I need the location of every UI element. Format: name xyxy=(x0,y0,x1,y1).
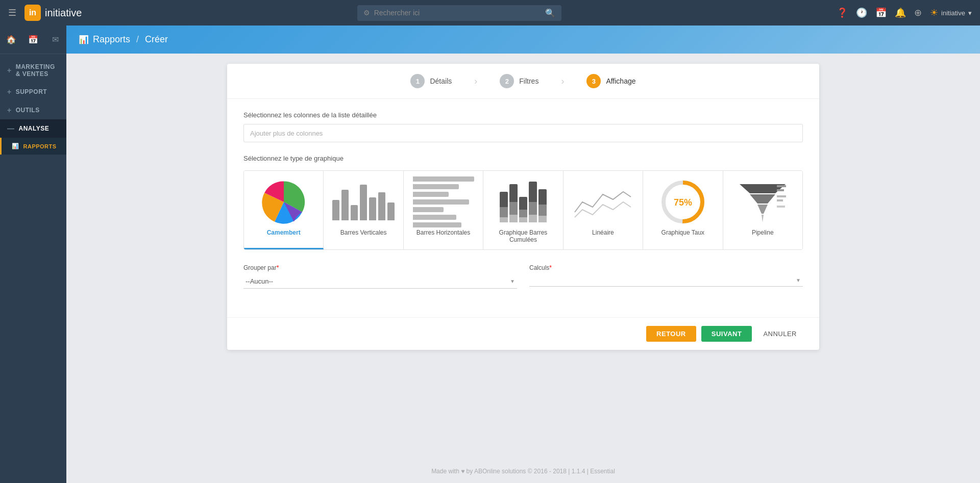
next-button[interactable]: SUIVANT xyxy=(701,326,752,342)
reports-icon: 📊 xyxy=(12,143,19,149)
add-icon[interactable]: ⊕ xyxy=(914,7,922,18)
calculs-field: Calculs* ▼ xyxy=(529,264,803,289)
svg-rect-8 xyxy=(777,189,784,191)
stacked-chart xyxy=(500,182,547,222)
groupby-arrow-icon: ▼ xyxy=(510,278,515,284)
wizard-step-details: 1 Détails xyxy=(410,74,452,88)
chart-option-barres-verticales[interactable]: Barres Verticales xyxy=(324,171,403,249)
search-bar[interactable]: ⚙ 🔍 xyxy=(357,5,561,21)
page-footer: Made with ♥ by ABOnline solutions © 2016… xyxy=(66,460,980,483)
pipeline-svg xyxy=(737,179,788,225)
hamburger-menu[interactable]: ☰ xyxy=(8,7,16,18)
notifications-icon[interactable]: 🔔 xyxy=(895,7,906,18)
main-layout: 🏠 📅 ✉ + MARKETING & VENTES + SUPPORT + O… xyxy=(0,26,980,483)
graphique-taux-image: 75% xyxy=(660,179,706,225)
svg-marker-6 xyxy=(762,215,764,222)
camembert-image xyxy=(261,179,307,225)
calculs-label: Calculs* xyxy=(529,264,803,271)
svg-marker-5 xyxy=(757,205,768,214)
breadcrumb-section: Rapports xyxy=(93,34,130,45)
cancel-button[interactable]: ANNULER xyxy=(757,326,803,342)
reports-header-icon: 📊 xyxy=(79,35,89,44)
wizard-step-filtres: 2 Filtres xyxy=(500,74,538,88)
step-number-affichage: 3 xyxy=(592,78,596,85)
sidebar-label-outils: OUTILS xyxy=(16,107,40,114)
barres-horizontales-image xyxy=(413,179,474,225)
wizard-steps: 1 Détails › 2 Filtres › 3 xyxy=(227,64,819,99)
breadcrumb-separator: / xyxy=(136,34,139,45)
sidebar-submenu-analyse: 📊 Rapports xyxy=(0,138,66,155)
gauge-chart: 75% xyxy=(660,179,706,225)
pie-chart-svg xyxy=(261,179,307,225)
groupby-required: * xyxy=(277,264,279,271)
calculs-required: * xyxy=(549,264,552,271)
breadcrumb-current: Créer xyxy=(145,34,168,45)
columns-input-area[interactable]: Ajouter plus de colonnes xyxy=(243,124,803,142)
history-icon[interactable]: 🕐 xyxy=(856,7,867,18)
sidebar-menu: + MARKETING & VENTES + SUPPORT + OUTILS … xyxy=(0,54,66,483)
footer-text: Made with ♥ by ABOnline solutions © 2016… xyxy=(431,468,615,475)
back-button[interactable]: RETOUR xyxy=(646,326,696,342)
page-body: 1 Détails › 2 Filtres › 3 xyxy=(66,54,980,460)
sidebar-item-analyse[interactable]: — ANALYSE xyxy=(0,119,66,138)
chart-label-pipeline: Pipeline xyxy=(752,229,774,236)
filter-icon: ⚙ xyxy=(363,9,370,17)
sidebar-quick-icons: 🏠 📅 ✉ xyxy=(0,26,66,54)
logo-icon: in xyxy=(24,5,41,21)
sidebar-calendar-icon[interactable]: 📅 xyxy=(22,31,44,48)
sidebar-label-analyse: ANALYSE xyxy=(19,125,50,132)
calculs-select[interactable]: ▼ xyxy=(529,274,803,287)
sidebar-item-rapports[interactable]: 📊 Rapports xyxy=(0,138,66,155)
calculs-arrow-icon: ▼ xyxy=(796,277,801,283)
barres-cumulees-image xyxy=(500,179,547,225)
bar-chart-h xyxy=(413,176,474,227)
chart-option-pipeline[interactable]: Pipeline xyxy=(723,171,802,249)
logo-area: in initiative xyxy=(24,5,82,21)
user-avatar-icon: ☀ xyxy=(930,7,938,18)
columns-section-label: Sélectionnez les colonnes de la liste dé… xyxy=(243,111,803,119)
step-label-details: Détails xyxy=(430,77,452,85)
line-chart-svg xyxy=(572,182,633,222)
chart-option-barres-horizontales[interactable]: Barres Horizontales xyxy=(404,171,483,249)
sidebar-item-support[interactable]: + SUPPORT xyxy=(0,83,66,101)
chart-option-lineaire[interactable]: Linéaire xyxy=(564,171,643,249)
chart-option-graphique-barres-cumulees[interactable]: Graphique Barres Cumulées xyxy=(483,171,563,249)
step-label-filtres: Filtres xyxy=(519,77,538,85)
bar-chart-v xyxy=(330,182,397,222)
svg-rect-9 xyxy=(777,195,786,197)
plus-icon: + xyxy=(7,66,12,74)
calendar-icon[interactable]: 📅 xyxy=(875,7,887,18)
chart-label-graphique-taux: Graphique Taux xyxy=(662,229,705,236)
sidebar-item-outils[interactable]: + OUTILS xyxy=(0,101,66,119)
svg-rect-11 xyxy=(777,206,785,208)
top-navigation: ☰ in initiative ⚙ 🔍 ❓ 🕐 📅 🔔 ⊕ ☀ initiati… xyxy=(0,0,980,26)
brand-name: initiative xyxy=(45,7,82,19)
help-icon[interactable]: ❓ xyxy=(837,7,848,18)
groupby-value: --Aucun-- xyxy=(246,277,273,285)
svg-rect-10 xyxy=(777,199,783,201)
chart-label-camembert: Camembert xyxy=(267,229,301,236)
sidebar-home-icon[interactable]: 🏠 xyxy=(0,31,22,48)
wizard-content: Sélectionnez les colonnes de la liste dé… xyxy=(227,99,819,317)
chart-label-lineaire: Linéaire xyxy=(592,229,614,236)
step-circle-filtres: 2 xyxy=(500,74,514,88)
search-icon[interactable]: 🔍 xyxy=(545,8,555,18)
chart-option-camembert[interactable]: Camembert xyxy=(244,171,324,249)
barres-verticales-image xyxy=(330,179,397,225)
search-input[interactable] xyxy=(374,9,541,17)
step-separator-1: › xyxy=(474,76,477,87)
sidebar-label-support: SUPPORT xyxy=(16,88,47,95)
groupby-select[interactable]: --Aucun-- ▼ xyxy=(243,274,517,289)
sidebar-item-marketing[interactable]: + MARKETING & VENTES xyxy=(0,58,66,83)
svg-text:75%: 75% xyxy=(674,197,692,208)
page-header: 📊 Rapports / Créer xyxy=(66,26,980,54)
sidebar-email-icon[interactable]: ✉ xyxy=(44,31,66,48)
top-nav-right: ❓ 🕐 📅 🔔 ⊕ ☀ initiative ▾ xyxy=(837,7,972,18)
svg-marker-4 xyxy=(750,194,775,204)
user-name: initiative xyxy=(941,9,965,17)
chart-option-graphique-taux[interactable]: 75% Graphique Taux xyxy=(643,171,723,249)
chart-label-barres-verticales: Barres Verticales xyxy=(340,229,387,236)
user-menu[interactable]: ☀ initiative ▾ xyxy=(930,7,972,18)
groupby-label: Grouper par* xyxy=(243,264,517,271)
wizard-card: 1 Détails › 2 Filtres › 3 xyxy=(227,64,819,350)
